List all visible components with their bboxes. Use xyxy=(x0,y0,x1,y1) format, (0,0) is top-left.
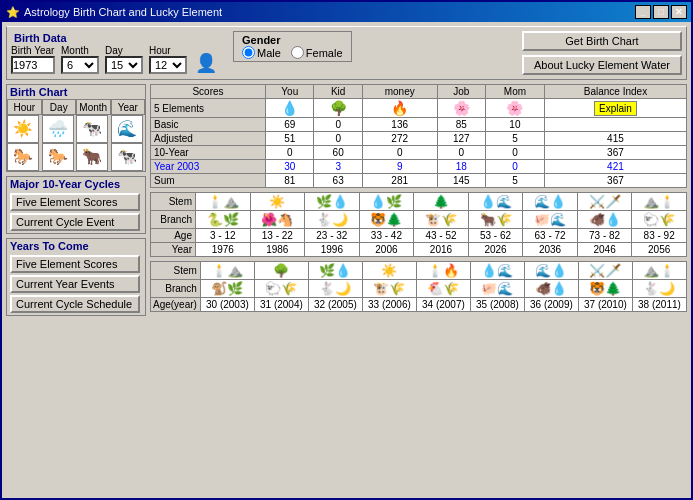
cycles-stem-row: Stem 🕯️⛰️ ☀️ 🌿💧 💧🌿 🌲 💧🌊 🌊💧 ⚔️🗡️ ⛰️🕯️ xyxy=(151,193,687,211)
adjusted-you: 51 xyxy=(266,132,314,146)
current-year-events-button[interactable]: Current Year Events xyxy=(10,275,140,293)
gender-title: Gender xyxy=(242,34,343,46)
scores-header-scores: Scores xyxy=(151,85,266,99)
chart-cell-hour-branch: 🐎 xyxy=(7,143,39,171)
cycles-age-label: Age xyxy=(151,229,196,243)
window-title: Astrology Birth Chart and Lucky Element xyxy=(24,6,222,18)
minimize-button[interactable]: _ xyxy=(635,5,651,19)
main-window: ⭐ Astrology Birth Chart and Lucky Elemen… xyxy=(0,0,693,500)
scores-header-mom: Mom xyxy=(485,85,544,99)
adjusted-job: 127 xyxy=(437,132,485,146)
about-lucky-button[interactable]: About Lucky Element Water xyxy=(522,55,682,75)
sum-label: Sum xyxy=(151,174,266,188)
cycles-stem-label: Stem xyxy=(151,193,196,211)
branch-1: 🌺🐴 xyxy=(250,211,305,229)
branch-0: 🐍🌿 xyxy=(196,211,251,229)
ytc-stem-1: 🌳 xyxy=(254,262,308,280)
basic-you: 69 xyxy=(266,118,314,132)
year2003-mom: 0 xyxy=(485,160,544,174)
get-birth-chart-button[interactable]: Get Birth Chart xyxy=(522,31,682,51)
year-7: 2046 xyxy=(577,243,632,257)
current-cycle-event-button[interactable]: Current Cycle Event xyxy=(10,213,140,231)
year-6: 2036 xyxy=(523,243,578,257)
ytc-ay-1: 31 (2004) xyxy=(254,298,308,312)
age-6: 63 - 72 xyxy=(523,229,578,243)
ytc-branch-7: 🐯🌲 xyxy=(578,280,632,298)
day-select[interactable]: 15 xyxy=(105,56,143,74)
year2003-kid: 3 xyxy=(314,160,362,174)
scores-row-10year: 10-Year 0 60 0 0 0 367 xyxy=(151,146,687,160)
birth-data-container: Birth Data Birth Year Month 6 Day xyxy=(11,31,217,74)
major-cycles-title: Major 10-Year Cycles xyxy=(7,177,145,191)
ytc-branch-5: 🐖🌊 xyxy=(470,280,524,298)
cycles-year-label: Year xyxy=(151,243,196,257)
10year-kid: 60 xyxy=(314,146,362,160)
maximize-button[interactable]: □ xyxy=(653,5,669,19)
right-panel: Scores You Kid money Job Mom Balance Ind… xyxy=(150,84,687,494)
sum-you: 81 xyxy=(266,174,314,188)
scores-row-sum: Sum 81 63 281 145 5 367 xyxy=(151,174,687,188)
ytc-branch-8: 🐇🌙 xyxy=(632,280,686,298)
year2003-label: Year 2003 xyxy=(151,160,266,174)
left-panel: Birth Chart Hour Day Month Year ☀️ 🌧️ 🐄 … xyxy=(6,84,146,494)
current-cycle-schedule-button[interactable]: Current Cycle Schedule xyxy=(10,295,140,313)
birth-data-title: Birth Data xyxy=(11,31,217,45)
hour-label: Hour xyxy=(149,45,187,56)
gender-female-label[interactable]: Female xyxy=(291,46,343,59)
year2003-balance: 421 xyxy=(544,160,686,174)
ytc-branch-row: Branch 🐒🌿 🐑🌾 🐇🌙 🐮🌾 🐔🌾 🐖🌊 🐗💧 🐯🌲 🐇🌙 xyxy=(151,280,687,298)
close-button[interactable]: ✕ xyxy=(671,5,687,19)
hour-select[interactable]: 12 xyxy=(149,56,187,74)
scores-header-balance: Balance Index xyxy=(544,85,686,99)
month-group: Month 6 xyxy=(61,45,99,74)
explain-button[interactable]: Explain xyxy=(594,101,637,116)
birth-year-group: Birth Year xyxy=(11,45,55,74)
years-five-element-button[interactable]: Five Element Scores xyxy=(10,255,140,273)
stem-7: ⚔️🗡️ xyxy=(577,193,632,211)
chart-cell-hour-stem: ☀️ xyxy=(7,115,39,143)
stem-0: 🕯️⛰️ xyxy=(196,193,251,211)
scores-header-money: money xyxy=(362,85,437,99)
branch-8: 🐑🌾 xyxy=(632,211,687,229)
elements-balance: Explain xyxy=(544,99,686,118)
gender-female-radio[interactable] xyxy=(291,46,304,59)
age-7: 73 - 82 xyxy=(577,229,632,243)
scores-header-you: You xyxy=(266,85,314,99)
elements-you: 💧 xyxy=(266,99,314,118)
gender-male-label[interactable]: Male xyxy=(242,46,281,59)
gender-male-radio[interactable] xyxy=(242,46,255,59)
adjusted-label: Adjusted xyxy=(151,132,266,146)
sum-balance: 367 xyxy=(544,174,686,188)
button-panel: Get Birth Chart About Lucky Element Wate… xyxy=(522,31,682,75)
five-element-scores-button[interactable]: Five Element Scores xyxy=(10,193,140,211)
chart-cell-year-stem: 🌊 xyxy=(111,115,143,143)
basic-job: 85 xyxy=(437,118,485,132)
elements-job: 🌸 xyxy=(437,99,485,118)
title-bar-buttons: _ □ ✕ xyxy=(635,5,687,19)
age-0: 3 - 12 xyxy=(196,229,251,243)
sum-job: 145 xyxy=(437,174,485,188)
ytc-branch-3: 🐮🌾 xyxy=(362,280,416,298)
stem-8: ⛰️🕯️ xyxy=(632,193,687,211)
header-month: Month xyxy=(76,99,111,115)
elements-mom: 🌸 xyxy=(485,99,544,118)
branch-4: 🐮🌾 xyxy=(414,211,469,229)
stem-4: 🌲 xyxy=(414,193,469,211)
gender-icon-area: 👤 xyxy=(195,52,217,74)
ytc-ay-0: 30 (2003) xyxy=(200,298,254,312)
header-hour: Hour xyxy=(7,99,42,115)
ytc-stem-row: Stem 🕯️⛰️ 🌳 🌿💧 ☀️ 🕯️🔥 💧🌊 🌊💧 ⚔️🗡️ ⛰️🕯️ xyxy=(151,262,687,280)
birth-year-input[interactable] xyxy=(11,56,55,74)
elements-money: 🔥 xyxy=(362,99,437,118)
month-select[interactable]: 6 xyxy=(61,56,99,74)
ytc-branch-0: 🐒🌿 xyxy=(200,280,254,298)
basic-balance xyxy=(544,118,686,132)
ytc-ageyear-row: Age(year) 30 (2003) 31 (2004) 32 (2005) … xyxy=(151,298,687,312)
birth-chart-headers: Hour Day Month Year xyxy=(7,99,145,115)
10year-money: 0 xyxy=(362,146,437,160)
cycles-year-row: Year 1976 1986 1996 2006 2016 2026 2036 … xyxy=(151,243,687,257)
scores-row-elements: 5 Elements 💧 🌳 🔥 🌸 🌸 Explain xyxy=(151,99,687,118)
birth-chart-row2: 🐎 🐎 🐂 🐄 xyxy=(7,143,145,171)
title-bar: ⭐ Astrology Birth Chart and Lucky Elemen… xyxy=(2,2,691,22)
major-cycles-section: Major 10-Year Cycles Five Element Scores… xyxy=(6,176,146,234)
